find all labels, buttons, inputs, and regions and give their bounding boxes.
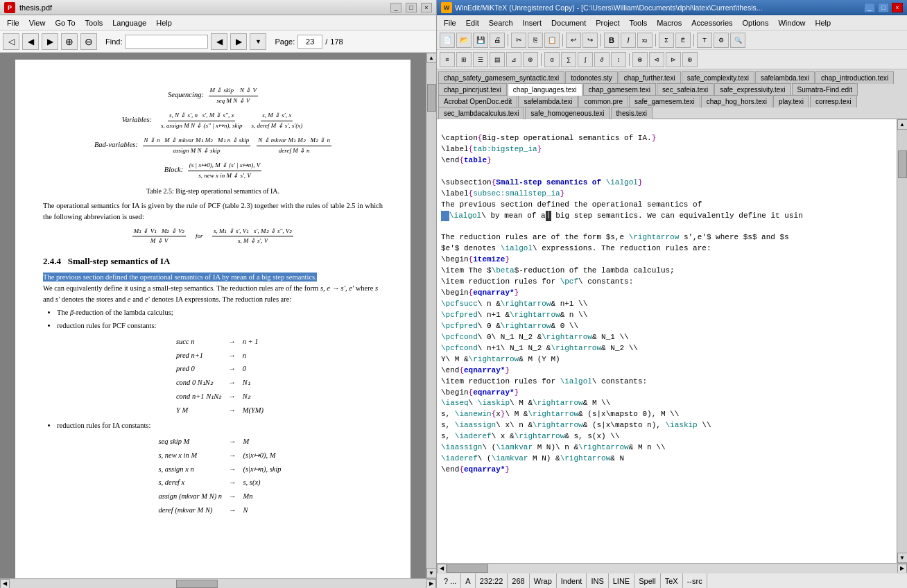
open-file-button[interactable]: 📂 — [456, 33, 472, 48]
we-scroll-up-button[interactable]: ▲ — [897, 119, 908, 130]
bold-button[interactable]: B — [604, 33, 619, 48]
tab-safe-complexity[interactable]: safe_complexity.texi — [682, 71, 754, 84]
tab-corresp[interactable]: corresp.texi — [810, 95, 857, 107]
maximize-button[interactable]: □ — [406, 3, 417, 12]
menu-goto[interactable]: Go To — [51, 17, 79, 28]
tool1-button[interactable]: Σ — [659, 33, 674, 48]
tb2-3[interactable]: ☰ — [473, 52, 488, 67]
print-button[interactable]: 🖨 — [490, 33, 505, 48]
italic-button[interactable]: I — [621, 33, 636, 48]
tab-safelambda[interactable]: safelambda.texi — [755, 71, 815, 84]
we-maximize-button[interactable]: □ — [878, 3, 889, 12]
tb2-12[interactable]: ⊗ — [632, 52, 648, 67]
menu-language[interactable]: Language — [108, 17, 150, 28]
tb2-9[interactable]: ∫ — [578, 52, 593, 67]
we-hscroll-track[interactable] — [447, 564, 897, 573]
tab-chap-gamesem[interactable]: chap_gamesem.texi — [583, 83, 657, 96]
we-scroll-thumb[interactable] — [898, 150, 907, 178]
we-menu-window[interactable]: Window — [774, 17, 809, 28]
tab-chap-safety-gamesem[interactable]: chap_safety_gamesem_syntactic.texi — [438, 71, 564, 84]
winedit-scrollbar[interactable]: ▲ ▼ — [897, 119, 907, 563]
tab-chap-pincrjust[interactable]: chap_pincrjust.texi — [438, 83, 507, 96]
close-button[interactable]: × — [421, 3, 432, 12]
menu-view[interactable]: View — [25, 17, 50, 28]
tb2-7[interactable]: α — [544, 52, 560, 67]
tab-todonotes[interactable]: todonotes.sty — [565, 71, 617, 84]
tab-safe-expressivity[interactable]: safe_expressivity.texi — [714, 83, 791, 96]
menu-file[interactable]: File — [3, 17, 24, 28]
find-prev-button[interactable]: ◀ — [211, 33, 227, 50]
find-options-button[interactable]: ▼ — [250, 33, 266, 50]
minimize-button[interactable]: _ — [390, 3, 401, 12]
tab-acrobat[interactable]: Acrobat OpenDoc.edit — [438, 95, 517, 107]
we-minimize-button[interactable]: _ — [864, 3, 875, 12]
scroll-thumb[interactable] — [427, 84, 436, 112]
page-number-input[interactable] — [297, 35, 322, 49]
new-file-button[interactable]: 📄 — [440, 33, 455, 48]
we-menu-tools[interactable]: Tools — [625, 17, 651, 28]
tb2-10[interactable]: ∂ — [594, 52, 610, 67]
we-scroll-track[interactable] — [897, 130, 908, 553]
tab-play[interactable]: play.texi — [773, 95, 809, 107]
we-scroll-down-button[interactable]: ▼ — [897, 553, 908, 563]
zoom-in-button[interactable]: ⊕ — [61, 33, 78, 50]
we-menu-accessories[interactable]: Accessories — [687, 17, 736, 28]
tab-sumatra[interactable]: Sumatra-Find.edit — [792, 83, 858, 96]
tab-chap-intro[interactable]: chap_introduction.texi — [815, 71, 894, 84]
zoom-out-button[interactable]: ⊖ — [80, 33, 97, 50]
tab-sec-safeia[interactable]: sec_safeia.texi — [657, 83, 714, 96]
scroll-down-button[interactable]: ▼ — [426, 568, 437, 578]
tab-sec-lambda[interactable]: sec_lambdacalculus.texi — [438, 107, 524, 119]
we-menu-options[interactable]: Options — [738, 17, 773, 28]
tab-safe-gamesem[interactable]: safe_gamesem.texi — [629, 95, 700, 107]
tab-safe-homogeneous[interactable]: safe_homogeneous.texi — [525, 107, 610, 119]
menu-help[interactable]: Help — [152, 17, 176, 28]
back-button[interactable]: ◁ — [3, 33, 19, 50]
tb2-8[interactable]: ∑ — [561, 52, 576, 67]
subscript-button[interactable]: x₂ — [637, 33, 653, 48]
menu-tools[interactable]: Tools — [81, 17, 107, 28]
tb2-6[interactable]: ⊕ — [523, 52, 538, 67]
we-hscroll-left[interactable]: ◀ — [437, 564, 447, 573]
find-input[interactable] — [125, 35, 208, 49]
tool5-button[interactable]: 🔍 — [730, 33, 745, 48]
tb2-1[interactable]: ≡ — [440, 52, 455, 67]
hscroll-left-button[interactable]: ◀ — [0, 579, 10, 589]
tab-safelambda2[interactable]: safelambda.texi — [518, 95, 578, 107]
we-menu-search[interactable]: Search — [485, 17, 517, 28]
tb2-5[interactable]: ⊿ — [506, 52, 521, 67]
cut-button[interactable]: ✂ — [511, 33, 526, 48]
winedit-hscrollbar[interactable]: ◀ ▶ — [437, 563, 907, 573]
hscroll-thumb[interactable] — [176, 580, 218, 588]
tab-chap-further[interactable]: chap_further.texi — [619, 71, 681, 84]
tab-chap-languages[interactable]: chap_languages.texi — [508, 83, 582, 96]
tb2-11[interactable]: ↕ — [611, 52, 626, 67]
tb2-15[interactable]: ⊛ — [682, 52, 698, 67]
tab-thesis[interactable]: thesis.texi — [611, 107, 653, 119]
scroll-up-button[interactable]: ▲ — [426, 53, 437, 63]
tool3-button[interactable]: T — [697, 33, 712, 48]
tb2-2[interactable]: ⊞ — [456, 52, 472, 67]
we-menu-edit[interactable]: Edit — [462, 17, 483, 28]
copy-button[interactable]: ⎘ — [528, 33, 543, 48]
scroll-track[interactable] — [426, 63, 437, 568]
we-hscroll-thumb[interactable] — [447, 564, 488, 573]
tab-common-pre[interactable]: common.pre — [578, 95, 628, 107]
redo-button[interactable]: ↪ — [582, 33, 598, 48]
pdf-hscrollbar[interactable]: ◀ ▶ — [0, 578, 436, 588]
tb2-13[interactable]: ⊲ — [649, 52, 664, 67]
find-next-button[interactable]: ▶ — [230, 33, 247, 50]
prev-page-button[interactable]: ◀ — [22, 33, 39, 50]
next-page-button[interactable]: ▶ — [42, 33, 58, 50]
tb2-4[interactable]: ▤ — [490, 52, 505, 67]
we-hscroll-right[interactable]: ▶ — [897, 564, 907, 573]
winedit-code[interactable]: \caption{Big-step operational semantics … — [437, 119, 907, 563]
hscroll-track[interactable] — [10, 579, 426, 589]
we-menu-macros[interactable]: Macros — [653, 17, 686, 28]
paste-button[interactable]: 📋 — [544, 33, 560, 48]
tb2-14[interactable]: ⊳ — [666, 52, 681, 67]
we-menu-file[interactable]: File — [440, 17, 460, 28]
we-menu-project[interactable]: Project — [591, 17, 623, 28]
we-menu-insert[interactable]: Insert — [519, 17, 546, 28]
save-file-button[interactable]: 💾 — [473, 33, 488, 48]
